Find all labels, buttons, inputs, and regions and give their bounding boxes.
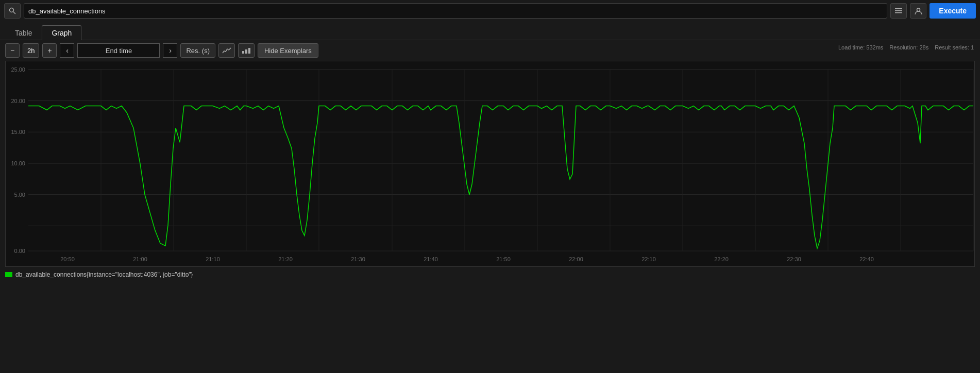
svg-text:21:20: 21:20: [278, 256, 293, 262]
decrease-duration-button[interactable]: −: [5, 43, 20, 58]
top-bar: Execute: [0, 0, 980, 22]
svg-rect-4: [895, 12, 902, 13]
svg-text:15.00: 15.00: [11, 129, 25, 135]
svg-rect-3: [895, 10, 902, 11]
status-bar: Load time: 532ms Resolution: 28s Result …: [826, 43, 980, 52]
resolution: Resolution: 28s: [889, 44, 928, 50]
search-icon: [9, 7, 16, 14]
legend-label: db_available_connections{instance="local…: [15, 271, 193, 278]
svg-text:21:10: 21:10: [206, 256, 220, 262]
resolution-button[interactable]: Res. (s): [180, 43, 215, 58]
user-icon: [915, 7, 922, 15]
search-input[interactable]: [24, 3, 887, 19]
svg-text:21:40: 21:40: [424, 256, 438, 262]
hide-exemplars-button[interactable]: Hide Exemplars: [258, 43, 318, 58]
svg-rect-8: [248, 48, 250, 54]
load-time: Load time: 532ms: [838, 44, 883, 50]
svg-rect-2: [895, 8, 902, 9]
svg-text:20:50: 20:50: [60, 256, 75, 262]
next-time-button[interactable]: ›: [163, 43, 177, 58]
svg-text:5.00: 5.00: [14, 192, 25, 198]
search-icon-btn[interactable]: [4, 3, 21, 19]
line-chart-icon: [222, 47, 231, 54]
user-icon-btn[interactable]: [910, 3, 926, 19]
chart-container: 25.00 20.00 15.00 10.00 5.00 0.00 20:50 …: [5, 61, 975, 267]
tab-graph[interactable]: Graph: [42, 25, 81, 40]
stacked-chart-icon: [242, 47, 251, 54]
legend-row: db_available_connections{instance="local…: [0, 267, 980, 282]
stacked-chart-button[interactable]: [238, 43, 255, 58]
svg-text:21:30: 21:30: [351, 256, 365, 262]
svg-text:0.00: 0.00: [14, 248, 25, 254]
execute-button[interactable]: Execute: [930, 3, 976, 19]
svg-text:22:30: 22:30: [787, 256, 801, 262]
duration-display: 2h: [23, 43, 39, 58]
tab-table[interactable]: Table: [5, 25, 42, 40]
svg-text:20.00: 20.00: [11, 98, 25, 104]
svg-text:22:20: 22:20: [714, 256, 729, 262]
svg-rect-7: [245, 49, 247, 54]
increase-duration-button[interactable]: +: [42, 43, 57, 58]
svg-text:22:00: 22:00: [569, 256, 583, 262]
svg-point-0: [10, 8, 14, 12]
svg-text:10.00: 10.00: [11, 160, 25, 166]
line-chart-button[interactable]: [218, 43, 235, 58]
chart-svg: 25.00 20.00 15.00 10.00 5.00 0.00 20:50 …: [6, 61, 974, 266]
svg-rect-6: [242, 51, 244, 54]
result-series: Result series: 1: [935, 44, 974, 50]
list-icon: [894, 7, 903, 14]
svg-rect-9: [6, 61, 974, 266]
svg-point-5: [917, 8, 920, 11]
svg-text:22:10: 22:10: [641, 256, 656, 262]
options-icon-btn[interactable]: [890, 3, 907, 19]
legend-color-swatch: [5, 272, 12, 277]
svg-line-1: [13, 12, 16, 14]
svg-text:21:50: 21:50: [496, 256, 511, 262]
svg-text:21:00: 21:00: [133, 256, 147, 262]
tabs-row: Table Graph: [0, 22, 980, 40]
svg-text:25.00: 25.00: [11, 66, 25, 73]
svg-text:22:40: 22:40: [859, 256, 874, 262]
end-time-display[interactable]: End time: [77, 43, 160, 58]
prev-time-button[interactable]: ‹: [60, 43, 74, 58]
